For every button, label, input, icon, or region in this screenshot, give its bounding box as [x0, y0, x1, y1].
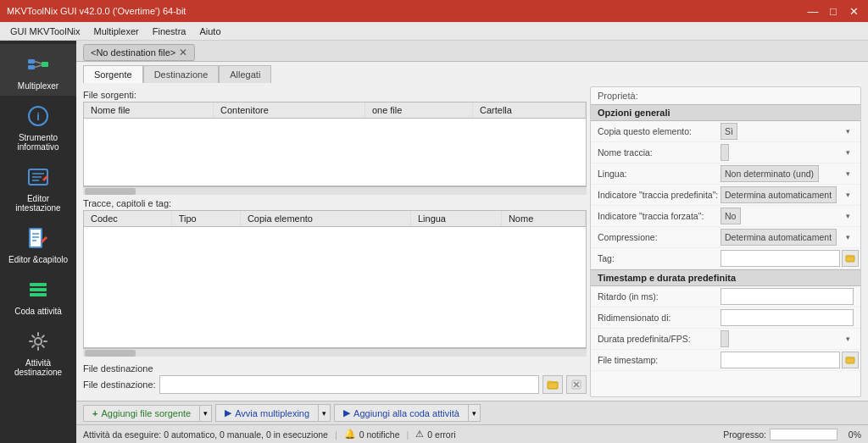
tab-sorgente[interactable]: Sorgente: [83, 65, 143, 84]
col-copia-elemento: Copia elemento: [240, 211, 410, 227]
sidebar-item-attivita-destinazione[interactable]: Attività destinazione: [0, 321, 76, 382]
prop-select-ind-forz[interactable]: No: [721, 208, 741, 224]
tab-destinazione[interactable]: Destinazione: [143, 65, 220, 83]
col-lingua: Lingua: [410, 211, 501, 227]
sidebar-item-multiplexer[interactable]: Multiplexer: [0, 44, 76, 96]
menu-finestra[interactable]: Finestra: [146, 25, 193, 38]
col-tipo: Tipo: [171, 211, 240, 227]
aggiungi-coda-button[interactable]: ▶ Aggiungi alla coda attività: [334, 404, 469, 422]
tab-allegati[interactable]: Allegati: [219, 65, 271, 83]
props-title: Proprietà:: [591, 87, 860, 104]
edit-chapter-icon: [23, 223, 53, 253]
prop-label-durata: Durata predefinita/FPS:: [598, 334, 721, 344]
prop-select-nome-traccia[interactable]: [721, 144, 729, 161]
activity-text: Attività da eseguire: 0 automatico, 0 ma…: [83, 429, 328, 440]
prop-value-compressione: Determina automaticament: [721, 229, 854, 246]
prop-input-ridimensionato[interactable]: [721, 309, 854, 326]
prop-select-copia[interactable]: Sì: [721, 123, 737, 140]
menu-aiuto[interactable]: Aiuto: [192, 25, 227, 38]
sidebar-label-strumento: Strumento informativo: [3, 133, 73, 152]
sidebar-item-coda-attivita[interactable]: Coda attività: [0, 269, 76, 321]
prop-label-lingua: Lingua:: [598, 169, 721, 179]
prop-ritardo: Ritardo (in ms):: [591, 286, 860, 307]
aggiungi-file-arrow[interactable]: ▾: [200, 405, 212, 422]
file-sorgenti-hscroll[interactable]: [83, 186, 587, 195]
progress-bar: [770, 429, 837, 440]
aggiungi-coda-arrow[interactable]: ▾: [469, 404, 481, 422]
btn-group-aggiungi: + Aggiungi file sorgente ▾: [83, 405, 212, 422]
sidebar-label-intestazione: Editor intestazione: [3, 194, 73, 213]
maximize-button[interactable]: □: [826, 3, 841, 19]
sidebar-item-strumento-informativo[interactable]: i Strumento informativo: [0, 96, 76, 157]
prop-btn-file-timestamp[interactable]: [842, 352, 859, 368]
aggiungi-file-label: Aggiungi file sorgente: [101, 408, 191, 418]
minimize-button[interactable]: —: [805, 3, 821, 19]
close-button[interactable]: ✕: [846, 3, 861, 19]
svg-line-4: [35, 65, 42, 68]
dest-clear-button[interactable]: [566, 375, 587, 394]
prop-label-file-timestamp: File timestamp:: [598, 355, 721, 365]
prop-tag: Tag:: [591, 248, 860, 269]
col-nome-file: Nome file: [84, 102, 214, 119]
hscroll-thumb: [85, 188, 136, 195]
tab-close-icon[interactable]: ✕: [179, 47, 187, 58]
prop-select-durata[interactable]: [721, 330, 729, 347]
aggiungi-file-sorgente-button[interactable]: + Aggiungi file sorgente: [83, 405, 200, 422]
prop-label-ritardo: Ritardo (in ms):: [598, 291, 721, 302]
prop-value-copia: Sì: [721, 123, 854, 140]
aggiungi-coda-label: Aggiungi alla coda attività: [353, 408, 459, 418]
avvia-multiplexing-button[interactable]: ▶ Avvia multiplexing: [215, 404, 319, 422]
prop-input-file-timestamp[interactable]: [721, 352, 840, 368]
prop-file-timestamp: File timestamp:: [591, 350, 860, 371]
title-bar-controls: — □ ✕: [805, 3, 861, 19]
dest-input[interactable]: [159, 375, 539, 394]
menu-gui-mkv[interactable]: GUI MKVToolNix: [3, 25, 87, 38]
prop-indicatore-forzata: Indicatore "traccia forzata": No: [591, 206, 860, 227]
tab-badge-label: <No destination file>: [91, 47, 175, 58]
sidebar-label-coda: Coda attività: [14, 307, 62, 316]
prop-value-ridimensionato: [721, 309, 854, 326]
tab-header-bar: <No destination file> ✕: [76, 41, 868, 62]
props-section-opzioni-generali: Opzioni generali: [591, 104, 860, 121]
prop-indicatore-predefinita: Indicatore "traccia predefinita": Determ…: [591, 185, 860, 206]
prop-select-ind-pred[interactable]: Determina automaticament: [721, 186, 837, 203]
info-icon: i: [23, 101, 53, 131]
svg-rect-17: [30, 283, 47, 286]
notifications-item: 🔔 0 notifiche: [344, 429, 400, 440]
merge-icon: [23, 49, 53, 80]
sidebar-item-editor-capitolo[interactable]: Editor &capitolo: [0, 218, 76, 269]
menu-multiplexer[interactable]: Multiplexer: [87, 25, 146, 38]
svg-rect-1: [28, 65, 35, 69]
prop-select-wrap-copia: Sì: [721, 123, 854, 140]
prop-input-ritardo[interactable]: [721, 288, 854, 305]
folder-icon: [547, 379, 559, 390]
svg-point-20: [35, 338, 42, 345]
prop-value-ind-forz: No: [721, 208, 854, 224]
prop-label-ridimensionato: Ridimensionato di:: [598, 313, 721, 323]
avvia-arrow[interactable]: ▾: [319, 404, 331, 422]
dest-browse-button[interactable]: [542, 375, 563, 394]
prop-select-lingua[interactable]: Non determinato (und): [721, 165, 819, 182]
prop-value-lingua: Non determinato (und): [721, 165, 854, 182]
menu-bar: GUI MKVToolNix Multiplexer Finestra Aiut…: [0, 22, 868, 41]
edit-header-icon: [23, 162, 53, 192]
prop-btn-tag[interactable]: [842, 250, 859, 267]
queue-icon: [23, 274, 53, 305]
gear-icon: [23, 326, 53, 357]
dest-row: File destinazione:: [83, 375, 587, 394]
sidebar-item-editor-intestazione[interactable]: Editor intestazione: [0, 157, 76, 218]
prop-value-nome-traccia: [721, 144, 854, 161]
progress-pct: 0%: [841, 429, 861, 440]
prop-value-ritardo: [721, 288, 854, 305]
svg-rect-0: [28, 59, 35, 64]
svg-rect-18: [30, 288, 47, 291]
tracce-hscroll[interactable]: [83, 348, 587, 357]
prop-select-compressione[interactable]: Determina automaticament: [721, 229, 837, 246]
tracce-hscroll-thumb: [85, 350, 136, 357]
props-scroll-area[interactable]: Opzioni generali Copia questo elemento: …: [591, 104, 860, 396]
tab-badge[interactable]: <No destination file> ✕: [83, 44, 195, 61]
avvia-label: Avvia multiplexing: [235, 408, 309, 418]
props-section-timestamp: Timestamp e durata predefinita: [591, 269, 860, 286]
prop-input-tag[interactable]: [721, 250, 840, 267]
prop-label-copia: Copia questo elemento:: [598, 126, 721, 136]
